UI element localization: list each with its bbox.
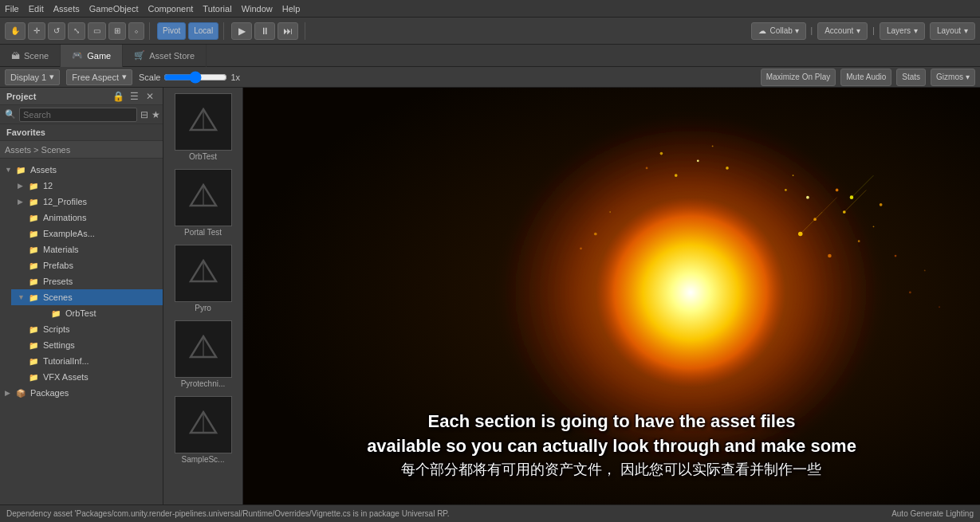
account-button[interactable]: Account ▾ [817,22,868,40]
move-tool[interactable]: ✛ [28,22,45,40]
folder-icon-materials: 📁 [29,245,40,254]
play-button[interactable]: ▶ [231,22,252,40]
folder-icon-12: 📁 [29,182,40,190]
folder-icon-vfxassets: 📁 [29,373,40,382]
tree-item-vfxassets[interactable]: 📁 VFX Assets [11,369,163,385]
tree-label-assets: Assets [30,165,57,175]
step-button[interactable]: ⏭ [277,22,298,40]
tree-item-12profiles[interactable]: ▶ 📁 12_Profiles [11,194,163,210]
layers-button[interactable]: Layers ▾ [880,22,925,40]
pivot-button[interactable]: Pivot [157,22,186,40]
tree-item-tutorialinfo[interactable]: 📁 TutorialInf... [11,353,163,369]
tree-item-12[interactable]: ▶ 📁 12 [11,178,163,194]
status-bar: Dependency asset 'Packages/com.unity.ren… [0,504,980,522]
rotate-tool[interactable]: ↺ [48,22,65,40]
svg-point-44 [909,292,911,294]
svg-point-37 [594,233,597,236]
stats-button[interactable]: Stats [896,69,926,86]
aspect-dropdown[interactable]: Free Aspect ▾ [66,69,132,85]
menu-tutorial[interactable]: Tutorial [203,4,231,14]
scene-thumb-samplesc[interactable]: SampleSc... [167,394,239,466]
tree-label-vfxassets: VFX Assets [43,372,89,382]
tree-label-materials: Materials [43,245,79,254]
menu-edit[interactable]: Edit [29,4,44,14]
menu-gameobject[interactable]: GameObject [89,4,139,14]
folder-icon-scripts: 📁 [29,325,40,334]
tree-item-exampleas[interactable]: 📁 ExampleAs... [11,226,163,241]
menu-help[interactable]: Help [282,4,301,14]
tree-item-packages[interactable]: ▶ 📦 Packages [0,385,163,401]
status-text: Dependency asset 'Packages/com.unity.ren… [6,509,884,518]
tab-bar: 🏔 Scene 🎮 Game 🛒 Asset Store [0,45,980,67]
svg-point-45 [924,269,926,271]
subtitles: Each section is going to have the asset … [243,410,980,481]
menu-window[interactable]: Window [242,4,273,14]
scene-thumb-label-pyro: Pyro [195,304,211,312]
account-dropdown-icon: ▾ [856,26,860,35]
svg-point-36 [726,167,729,170]
custom-tool[interactable]: ⬦ [128,22,144,40]
aspect-dropdown-icon: ▾ [122,72,127,82]
svg-point-33 [660,152,663,155]
hand-tool[interactable]: ✋ [5,22,26,40]
menu-component[interactable]: Component [148,4,193,14]
subtitle-line3: 每个部分都将有可用的资产文件， 因此您可以实际查看并制作一些 [291,459,932,481]
scenes-panel[interactable]: OrbTest Portal Test Pyro [163,88,243,504]
display-dropdown[interactable]: Display 1 ▾ [5,69,60,85]
tree-item-orbtest[interactable]: 📁 OrbTest [33,305,163,321]
rect-tool[interactable]: ▭ [88,22,106,40]
svg-point-32 [697,159,699,162]
maximize-on-play-button[interactable]: Maximize On Play [761,69,836,86]
mute-audio-button[interactable]: Mute Audio [840,69,891,86]
folder-icon-12profiles: 📁 [29,198,40,206]
scene-thumb-pyrotechni[interactable]: Pyrotechni... [167,318,239,391]
favorites-label: Favorites [6,128,45,137]
tree-item-animations[interactable]: 📁 Animations [11,210,163,226]
tab-game[interactable]: 🎮 Game [61,45,123,67]
svg-point-26 [873,226,875,227]
tree-item-prefabs[interactable]: 📁 Prefabs [11,257,163,273]
transform-tool[interactable]: ⊞ [108,22,126,40]
tree-item-scenes[interactable]: ▼ 📁 Scenes [11,289,163,305]
panel-menu-btn[interactable]: ☰ [128,90,140,103]
scene-thumb-orbtest[interactable]: OrbTest [167,91,239,163]
gizmos-button[interactable]: Gizmos ▾ [931,69,975,86]
panel-lock-btn[interactable]: 🔒 [112,90,124,103]
tab-asset-store[interactable]: 🛒 Asset Store [123,45,207,67]
folder-icon-exampleas: 📁 [29,230,40,238]
collab-button[interactable]: ☁ Collab ▾ [751,22,805,40]
tree-item-assets[interactable]: ▼ 📁 Assets [0,162,163,178]
layout-button[interactable]: Layout ▾ [930,22,975,40]
scene-thumb-portaltest[interactable]: Portal Test [167,167,239,239]
panel-close-btn[interactable]: ✕ [144,90,156,103]
breadcrumb: Assets > Scenes [0,141,163,159]
local-button[interactable]: Local [188,22,218,40]
scene-thumb-pyro[interactable]: Pyro [167,242,239,315]
scene-thumb-label-orbtest: OrbTest [189,152,217,161]
favorites-section: Favorites [0,124,163,141]
tree-label-scripts: Scripts [43,324,70,334]
search-filter-btn[interactable]: ⊟ [140,108,148,121]
scene-thumb-label-pyrotechni: Pyrotechni... [181,379,226,388]
tree-label-prefabs: Prefabs [43,261,73,270]
scale-slider[interactable] [163,73,227,82]
scale-tool[interactable]: ⤡ [68,22,85,40]
svg-point-31 [675,174,678,177]
search-star-btn[interactable]: ★ [152,108,160,121]
tree-item-materials[interactable]: 📁 Materials [11,241,163,257]
menu-bar: File Edit Assets GameObject Component Tu… [0,0,980,18]
project-panel-header: Project 🔒 ☰ ✕ [0,88,163,105]
search-input[interactable] [19,108,137,122]
menu-file[interactable]: File [5,4,19,14]
pause-button[interactable]: ⏸ [254,22,275,40]
folder-icon-animations: 📁 [29,214,40,222]
game-toolbar: Display 1 ▾ Free Aspect ▾ Scale 1x Maxim… [0,67,980,88]
menu-assets[interactable]: Assets [53,4,80,14]
scene-thumb-label-samplesc: SampleSc... [182,455,225,464]
tree-item-settings[interactable]: 📁 Settings [11,337,163,353]
tree-item-presets[interactable]: 📁 Presets [11,273,163,289]
file-tree[interactable]: ▼ 📁 Assets ▶ 📁 12 ▶ 📁 12_Profiles 📁 [0,159,163,504]
tree-item-scripts[interactable]: 📁 Scripts [11,321,163,337]
right-game-controls: Maximize On Play Mute Audio Stats Gizmos… [761,69,975,86]
tab-scene[interactable]: 🏔 Scene [0,45,61,67]
